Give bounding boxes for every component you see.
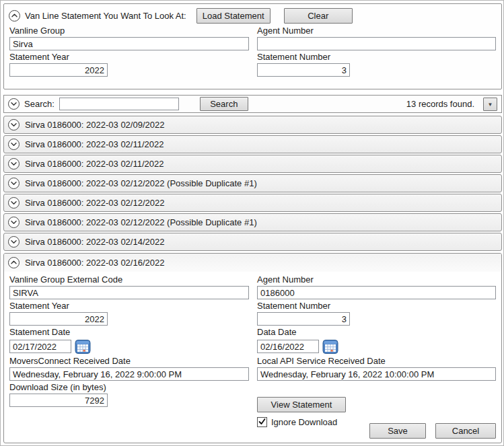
download-size-input[interactable]: [9, 394, 108, 407]
statement-row-title: Sirva 0186000: 2022-03 02/12/2022 (Possi…: [25, 217, 257, 227]
view-statement-button[interactable]: View Statement: [257, 397, 346, 412]
statement-date-calendar-button[interactable]: [75, 338, 91, 355]
statement-lookup-title: Van Line Statement You Want To Look At:: [25, 11, 186, 21]
records-found-text: 13 records found.: [406, 99, 474, 109]
moversconnect-received-date-input[interactable]: [9, 367, 249, 381]
chevron-down-icon[interactable]: [8, 178, 20, 189]
chevron-down-icon[interactable]: [8, 139, 20, 150]
chevron-down-icon[interactable]: [8, 217, 20, 228]
vanline-group-external-code-input[interactable]: [9, 286, 249, 299]
clear-button[interactable]: Clear: [284, 8, 353, 24]
statement-row[interactable]: Sirva 0186000: 2022-03 02/12/2022 (Possi…: [3, 174, 502, 192]
search-expander-icon[interactable]: [8, 98, 20, 110]
statement-row[interactable]: Sirva 0186000: 2022-03 02/12/2022: [3, 194, 502, 212]
agent-number-input[interactable]: [257, 286, 496, 299]
statement-lookup-header: Van Line Statement You Want To Look At: …: [4, 4, 501, 24]
vanline-group-label: Vanline Group: [9, 26, 249, 36]
statement-row[interactable]: Sirva 0186000: 2022-03 02/14/2022: [3, 233, 502, 251]
statement-detail-form: Vanline Group External Code Agent Number…: [4, 272, 501, 427]
expanded-statement-panel: Sirva 0186000: 2022-03 02/16/2022 Vanlin…: [3, 253, 502, 443]
expanded-statement-row[interactable]: Sirva 0186000: 2022-03 02/16/2022: [4, 254, 501, 272]
agent-number-label: Agent Number: [257, 26, 496, 36]
chevron-down-icon[interactable]: [8, 158, 20, 170]
search-input[interactable]: [59, 98, 179, 110]
statement-year-label: Statement Year: [9, 301, 249, 311]
records-dropdown-button[interactable]: ▼: [483, 98, 497, 111]
statement-row-title: Sirva 0186000: 2022-03 02/14/2022: [25, 237, 164, 247]
statement-number-label: Statement Number: [257, 52, 496, 62]
data-date-calendar-button[interactable]: [322, 338, 338, 355]
vanline-group-input[interactable]: [9, 37, 249, 50]
chevron-up-icon[interactable]: [8, 257, 20, 268]
data-date-input[interactable]: [257, 340, 319, 353]
lookup-fields: Vanline Group Agent Number Statement Yea…: [4, 24, 501, 77]
statement-date-label: Statement Date: [9, 328, 249, 337]
expanded-statement-row-title: Sirva 0186000: 2022-03 02/16/2022: [25, 258, 164, 268]
statement-year-input[interactable]: [9, 312, 108, 326]
statement-lookup-group: Van Line Statement You Want To Look At: …: [3, 3, 502, 89]
local-api-service-received-date-label: Local API Service Received Date: [257, 357, 496, 366]
local-api-service-received-date-input[interactable]: [257, 367, 496, 381]
agent-number-label: Agent Number: [257, 275, 496, 285]
footer-buttons: Save Cancel: [369, 423, 496, 439]
search-label: Search:: [24, 99, 55, 109]
statement-row[interactable]: Sirva 0186000: 2022-03 02/11/2022: [3, 135, 502, 153]
moversconnect-received-date-label: MoversConnect Received Date: [9, 357, 249, 366]
statement-row[interactable]: Sirva 0186000: 2022-03 02/09/2022: [3, 116, 502, 134]
statement-row-title: Sirva 0186000: 2022-03 02/12/2022: [25, 198, 164, 208]
statement-year-input[interactable]: [9, 63, 108, 77]
statement-row-title: Sirva 0186000: 2022-03 02/11/2022: [25, 139, 164, 149]
search-panel: Search: Search 13 records found. ▼: [3, 95, 502, 113]
statement-row[interactable]: Sirva 0186000: 2022-03 02/11/2022: [3, 155, 502, 173]
ignore-download-label: Ignore Download: [271, 417, 337, 427]
statement-row-title: Sirva 0186000: 2022-03 02/12/2022 (Possi…: [25, 178, 257, 188]
statement-row[interactable]: Sirva 0186000: 2022-03 02/12/2022 (Possi…: [3, 213, 502, 231]
spacer: [257, 383, 496, 396]
statement-number-input[interactable]: [257, 63, 350, 77]
download-size-label: Download Size (in bytes): [9, 383, 249, 392]
cancel-button[interactable]: Cancel: [435, 423, 496, 439]
statement-row-title: Sirva 0186000: 2022-03 02/09/2022: [25, 120, 164, 130]
load-statement-button[interactable]: Load Statement: [196, 8, 271, 24]
statement-number-label: Statement Number: [257, 301, 496, 311]
search-button[interactable]: Search: [200, 97, 248, 111]
statement-list: Sirva 0186000: 2022-03 02/09/2022 Sirva …: [3, 116, 502, 252]
chevron-down-icon: ▼: [488, 102, 493, 108]
agent-number-input[interactable]: [257, 37, 496, 50]
chevron-down-icon[interactable]: [8, 236, 20, 248]
van-line-statement-window: Van Line Statement You Want To Look At: …: [0, 0, 504, 446]
vanline-group-external-code-label: Vanline Group External Code: [9, 275, 249, 285]
ignore-download-checkbox[interactable]: [257, 417, 267, 427]
chevron-down-icon[interactable]: [8, 119, 20, 131]
statement-row-title: Sirva 0186000: 2022-03 02/11/2022: [25, 159, 164, 169]
chevron-down-icon[interactable]: [8, 197, 20, 209]
statement-year-label: Statement Year: [9, 52, 249, 62]
statement-date-input[interactable]: [9, 340, 71, 353]
data-date-label: Data Date: [257, 328, 496, 337]
checkmark-icon: [258, 417, 266, 428]
collapse-expander-icon[interactable]: [9, 10, 20, 22]
statement-number-input[interactable]: [257, 312, 350, 326]
save-button[interactable]: Save: [369, 423, 426, 439]
